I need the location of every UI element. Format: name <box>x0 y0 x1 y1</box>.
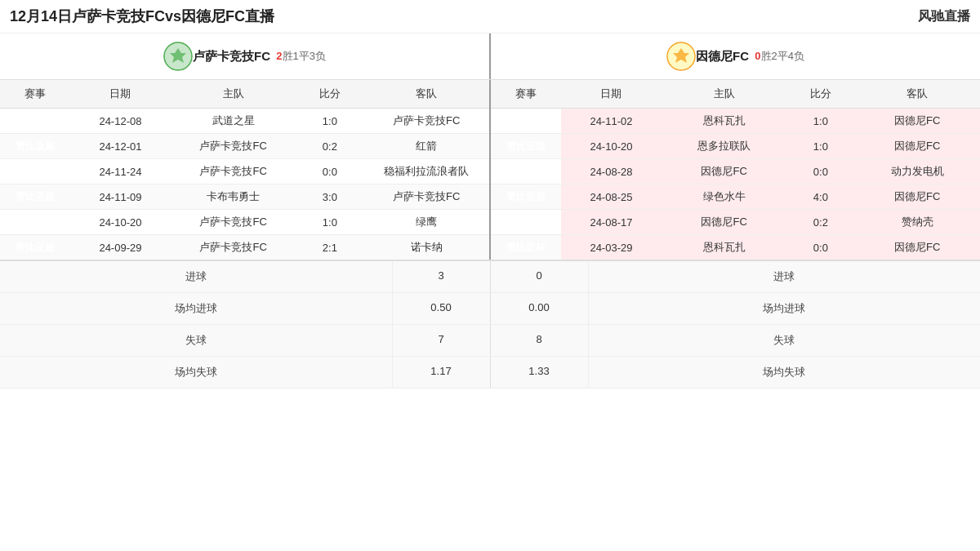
left-table-row: 赞比亚超 24-10-20 卢萨卡竞技FC 1:0 绿鹰 <box>0 210 489 235</box>
left-score-2: 0:0 <box>296 159 363 184</box>
left-team-name: 卢萨卡竞技FC <box>193 49 270 64</box>
brand-name: 风驰直播 <box>918 8 970 25</box>
left-home-0: 武道之星 <box>171 109 296 134</box>
left-score-5: 2:1 <box>296 235 363 260</box>
left-table-row: 赞比亚超 24-12-01 卢萨卡竞技FC 0:2 红箭 <box>0 134 489 159</box>
left-team-header: 卢萨卡竞技FC 2胜1平3负 <box>0 33 491 79</box>
right-score-2: 0:0 <box>786 159 854 184</box>
stats-row-1: 场均进球 0.50 0.00 场均进球 <box>0 293 980 325</box>
col-header-league-left: 赛事 <box>0 80 70 109</box>
left-home-1: 卢萨卡竞技FC <box>171 134 296 159</box>
right-team-logo <box>666 42 696 71</box>
col-header-home-right: 主队 <box>662 80 787 109</box>
left-losses: 3 <box>310 50 315 62</box>
left-league-1: 赞比亚超 <box>0 134 70 159</box>
page-header: 12月14日卢萨卡竞技FCvs因德尼FC直播 风驰直播 <box>0 0 980 33</box>
main-content: 赛事 日期 主队 比分 客队 赞比亚超 24-12-08 武道之星 1:0 卢萨… <box>0 80 980 260</box>
right-team-header: 因德尼FC 0胜2平4负 <box>491 33 980 79</box>
left-away-3: 卢萨卡竞技FC <box>363 184 489 210</box>
left-away-2: 稳福利拉流浪者队 <box>363 159 489 184</box>
stats-label-right-0: 进球 <box>589 261 981 292</box>
col-header-date-right: 日期 <box>561 80 662 109</box>
left-team-record: 2胜1平3负 <box>276 49 326 64</box>
right-table-row: 赞比亚超 24-08-17 因德尼FC 0:2 赞纳壳 <box>491 210 980 235</box>
stats-value-left-0: 3 <box>393 261 491 292</box>
stats-label-left-3: 场均失球 <box>0 357 393 388</box>
right-away-0: 因德尼FC <box>854 109 980 134</box>
left-away-0: 卢萨卡竞技FC <box>363 109 489 134</box>
stats-row-2: 失球 7 8 失球 <box>0 325 980 357</box>
left-away-4: 绿鹰 <box>363 210 489 235</box>
stats-value-left-3: 1.17 <box>393 357 491 388</box>
left-league-5: 赞比亚超 <box>0 235 70 260</box>
stats-row-3: 场均失球 1.17 1.33 场均失球 <box>0 357 980 389</box>
left-panel: 赛事 日期 主队 比分 客队 赞比亚超 24-12-08 武道之星 1:0 卢萨… <box>0 80 491 260</box>
left-table: 赛事 日期 主队 比分 客队 赞比亚超 24-12-08 武道之星 1:0 卢萨… <box>0 80 489 260</box>
right-team-name: 因德尼FC <box>696 49 749 64</box>
left-score-4: 1:0 <box>296 210 363 235</box>
left-wins: 2 <box>276 50 282 62</box>
left-league-4: 赞比亚超 <box>0 210 70 235</box>
left-date-0: 24-12-08 <box>70 109 171 134</box>
stats-label-right-2: 失球 <box>589 325 981 356</box>
right-away-1: 因德尼FC <box>854 134 980 159</box>
stats-value-right-3: 1.33 <box>491 357 589 388</box>
right-date-1: 24-10-20 <box>561 134 662 159</box>
left-home-5: 卢萨卡竞技FC <box>171 235 296 260</box>
right-league-4: 赞比亚超 <box>491 210 561 235</box>
col-header-league-right: 赛事 <box>491 80 561 109</box>
right-league-2: 赞比亚超 <box>491 159 561 184</box>
left-home-3: 卡布韦勇士 <box>171 184 296 210</box>
team-header: 卢萨卡竞技FC 2胜1平3负 因德尼FC 0胜2平4负 <box>0 33 980 80</box>
right-table-row: 赞比亚杯 24-03-29 恩科瓦扎 0:0 因德尼FC <box>491 235 980 260</box>
right-home-0: 恩科瓦扎 <box>662 109 787 134</box>
left-table-row: 赞比亚超 24-09-29 卢萨卡竞技FC 2:1 诺卡纳 <box>0 235 489 260</box>
left-date-2: 24-11-24 <box>70 159 171 184</box>
right-team-record: 0胜2平4负 <box>755 49 804 64</box>
left-draws: 1 <box>293 50 299 62</box>
stats-value-right-0: 0 <box>491 261 589 292</box>
right-table-row: 赞比亚超 24-08-25 绿色水牛 4:0 因德尼FC <box>491 184 980 210</box>
right-table-row: 赞比亚超 24-08-28 因德尼FC 0:0 动力发电机 <box>491 159 980 184</box>
left-away-5: 诺卡纳 <box>363 235 489 260</box>
right-date-0: 24-11-02 <box>561 109 662 134</box>
stats-label-left-2: 失球 <box>0 325 393 356</box>
col-header-away-right: 客队 <box>854 80 980 109</box>
right-home-1: 恩多拉联队 <box>662 134 787 159</box>
left-score-1: 0:2 <box>296 134 363 159</box>
col-header-home-left: 主队 <box>171 80 296 109</box>
right-league-3: 赞比亚超 <box>491 184 561 210</box>
right-panel: 赛事 日期 主队 比分 客队 赞比亚超 24-11-02 恩科瓦扎 1:0 因德… <box>491 80 980 260</box>
left-home-4: 卢萨卡竞技FC <box>171 210 296 235</box>
right-score-3: 4:0 <box>786 184 854 210</box>
page-title: 12月14日卢萨卡竞技FCvs因德尼FC直播 <box>10 7 274 26</box>
col-header-away-left: 客队 <box>363 80 489 109</box>
left-date-4: 24-10-20 <box>70 210 171 235</box>
right-score-1: 1:0 <box>786 134 854 159</box>
left-league-0: 赞比亚超 <box>0 109 70 134</box>
right-away-2: 动力发电机 <box>854 159 980 184</box>
stats-label-left-0: 进球 <box>0 261 393 292</box>
stats-section: 进球 3 0 进球 场均进球 0.50 0.00 场均进球 失球 7 8 失球 … <box>0 260 980 389</box>
right-losses: 4 <box>788 50 794 62</box>
right-home-3: 绿色水牛 <box>662 184 787 210</box>
right-home-4: 因德尼FC <box>662 210 787 235</box>
right-date-3: 24-08-25 <box>561 184 662 210</box>
stats-label-right-3: 场均失球 <box>589 357 981 388</box>
left-league-2: 赞比亚超 <box>0 159 70 184</box>
right-date-5: 24-03-29 <box>561 235 662 260</box>
stats-value-right-1: 0.00 <box>491 293 589 324</box>
right-score-4: 0:2 <box>786 210 854 235</box>
left-score-3: 3:0 <box>296 184 363 210</box>
right-away-3: 因德尼FC <box>854 184 980 210</box>
right-table: 赛事 日期 主队 比分 客队 赞比亚超 24-11-02 恩科瓦扎 1:0 因德… <box>491 80 980 260</box>
right-table-row: 赞比亚超 24-10-20 恩多拉联队 1:0 因德尼FC <box>491 134 980 159</box>
left-date-3: 24-11-09 <box>70 184 171 210</box>
left-table-row: 赞比亚超 24-11-24 卢萨卡竞技FC 0:0 稳福利拉流浪者队 <box>0 159 489 184</box>
left-league-3: 赞比亚超 <box>0 184 70 210</box>
left-team-logo <box>163 42 193 71</box>
left-table-row: 赞比亚超 24-11-09 卡布韦勇士 3:0 卢萨卡竞技FC <box>0 184 489 210</box>
left-date-1: 24-12-01 <box>70 134 171 159</box>
right-date-2: 24-08-28 <box>561 159 662 184</box>
left-home-2: 卢萨卡竞技FC <box>171 159 296 184</box>
